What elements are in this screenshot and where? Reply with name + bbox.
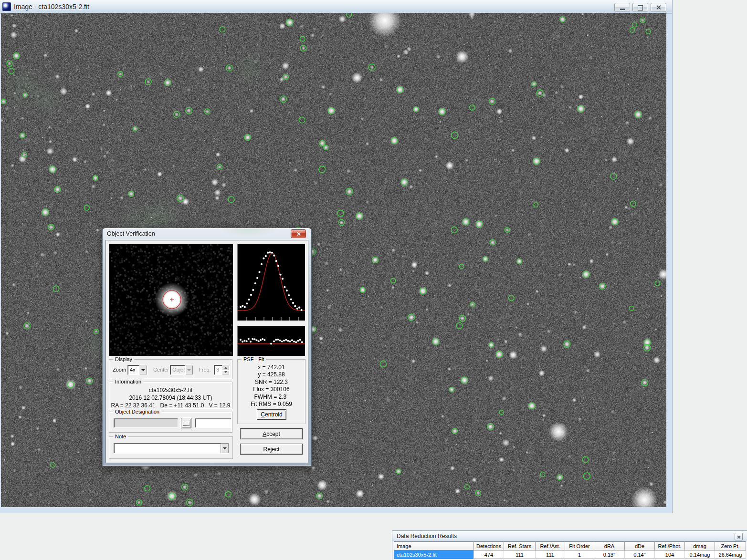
column-header-zero-pt-[interactable]: Zero Pt. (715, 542, 746, 550)
column-header-ref-stars[interactable]: Ref. Stars (504, 542, 536, 550)
object-designation-label: Object Designation (113, 408, 161, 415)
information-group: Information cta102s30x5-2.fit 2016 12 02… (109, 382, 232, 409)
note-group: Note (109, 436, 233, 459)
psf-residual-plot (237, 326, 305, 356)
display-group: Display Zoom 4x Center Object Freq. 3 (109, 359, 232, 379)
column-header-ref-ast-[interactable]: Ref./Ast. (536, 542, 565, 550)
display-group-label: Display (113, 356, 134, 363)
dialog-close-button[interactable] (291, 229, 306, 238)
center-value: Object (170, 365, 185, 374)
table-cell[interactable]: 0.13" (594, 550, 625, 559)
minimize-icon (620, 9, 625, 10)
selection-rectangle-icon (183, 421, 189, 426)
designation-browse-button[interactable] (181, 418, 191, 428)
psf-fit-group-label: PSF - Fit (242, 356, 266, 363)
data-reduction-results-window: Data Reduction Results ImageDetectionsRe… (392, 531, 747, 560)
psf-profile-plot (237, 244, 305, 321)
window-controls (614, 3, 666, 12)
psf-fit-group: PSF - Fit x = 742.01 y = 425.88 SNR = 12… (237, 359, 305, 424)
table-cell[interactable]: 26.64mag (715, 550, 746, 559)
info-datetime: 2016 12 02.78094 (18:44:33 UT) (109, 394, 232, 402)
info-de: De = +11 43 51.0 (160, 402, 204, 409)
reject-button[interactable]: Reject (240, 444, 303, 455)
spin-down-button (222, 370, 229, 375)
freq-spinner: 3 (214, 365, 230, 375)
column-header-image[interactable]: Image (394, 542, 474, 550)
dialog-titlebar[interactable]: Object Verification (103, 228, 311, 240)
dialog-title: Object Verification (107, 230, 155, 237)
object-designation-group: Object Designation (109, 412, 232, 433)
chevron-down-icon (224, 371, 227, 373)
object-verification-dialog: Object Verification Display Zoom 4x Cent… (103, 228, 311, 466)
designation-input[interactable] (195, 418, 231, 428)
table-cell[interactable]: 1 (565, 550, 594, 559)
note-combobox[interactable] (114, 443, 229, 454)
information-group-label: Information (113, 378, 143, 385)
psf-y: y = 425.88 (238, 371, 305, 378)
center-label: Center (153, 367, 169, 373)
starfield-image[interactable] (1, 13, 666, 507)
maximize-icon (638, 5, 643, 10)
zoom-dropdown-button[interactable] (139, 365, 147, 374)
table-cell[interactable]: cta102s30x5-2.fit (394, 550, 474, 559)
table-cell[interactable]: 474 (474, 550, 504, 559)
spin-up-button (222, 365, 229, 370)
info-magnitude: V = 12.9 (209, 402, 230, 409)
image-window-titlebar[interactable]: Image - cta102s30x5-2.fit (0, 0, 672, 13)
table-cell[interactable]: 111 (536, 550, 565, 559)
close-icon (296, 232, 301, 236)
info-filename: cta102s30x5-2.fit (109, 386, 232, 394)
note-dropdown-button[interactable] (221, 444, 229, 453)
object-thumbnail-image (109, 244, 233, 356)
psf-flux: Flux = 300106 (238, 386, 305, 393)
freq-label: Freq. (199, 367, 211, 373)
table-row: cta102s30x5-2.fit47411111110.13"0.14"104… (394, 550, 746, 559)
results-close-button[interactable] (735, 533, 743, 540)
minimize-button[interactable] (614, 3, 630, 12)
column-header-ref-phot-[interactable]: Ref./Phot. (655, 542, 685, 550)
table-cell[interactable]: 0.14" (625, 550, 655, 559)
close-icon (737, 535, 740, 539)
chevron-up-icon (224, 367, 227, 369)
close-icon (656, 5, 661, 10)
column-header-dde[interactable]: dDe (625, 542, 655, 550)
column-header-detections[interactable]: Detections (474, 542, 504, 550)
results-title: Data Reduction Results (397, 533, 457, 539)
centroid-button[interactable]: Centroid (257, 409, 286, 420)
table-cell[interactable]: 0.14mag (685, 550, 715, 559)
results-table: ImageDetectionsRef. StarsRef./Ast.Fit Or… (394, 541, 746, 559)
column-header-dra[interactable]: dRA (594, 542, 625, 550)
psf-fit-rms: Fit RMS = 0.059 (238, 401, 305, 408)
image-window-title: Image - cta102s30x5-2.fit (14, 3, 89, 10)
column-header-dmag[interactable]: dmag (685, 542, 715, 550)
info-ra: RA = 22 32 36.41 (111, 402, 155, 409)
chevron-down-icon (187, 369, 191, 371)
table-cell[interactable]: 104 (655, 550, 685, 559)
psf-x: x = 742.01 (238, 364, 305, 371)
column-header-fit-order[interactable]: Fit Order (565, 542, 594, 550)
chevron-down-icon (223, 447, 227, 449)
app-icon (2, 2, 11, 11)
spinner-buttons (222, 365, 229, 374)
psf-fwhm: FWHM = 2.3" (238, 394, 305, 401)
maximize-button[interactable] (632, 3, 648, 12)
note-value (114, 444, 221, 453)
zoom-label: Zoom (113, 367, 126, 373)
chevron-down-icon (141, 369, 145, 371)
zoom-value: 4x (128, 365, 139, 374)
close-button[interactable] (651, 3, 666, 12)
dialog-body: Display Zoom 4x Center Object Freq. 3 (106, 240, 308, 463)
accept-button[interactable]: Accept (240, 428, 303, 439)
designation-field-disabled (114, 418, 178, 428)
results-titlebar[interactable]: Data Reduction Results (392, 531, 747, 541)
note-group-label: Note (113, 433, 128, 440)
center-dropdown-button (185, 365, 193, 374)
zoom-select[interactable]: 4x (127, 365, 147, 375)
center-select: Object (170, 365, 193, 375)
image-window: Image - cta102s30x5-2.fit (0, 0, 673, 513)
freq-value: 3 (214, 365, 222, 374)
table-cell[interactable]: 111 (504, 550, 536, 559)
psf-snr: SNR = 122.3 (238, 379, 305, 386)
